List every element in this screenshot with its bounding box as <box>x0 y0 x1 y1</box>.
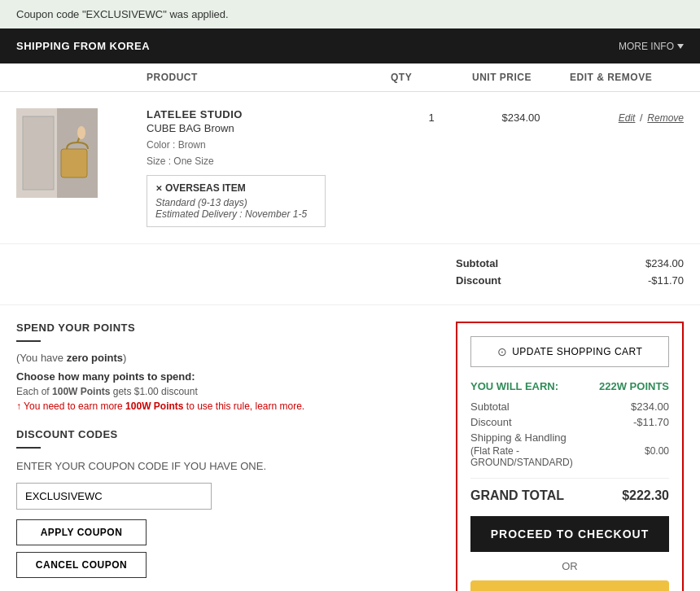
qty-value: 1 <box>428 112 434 124</box>
cancel-coupon-button[interactable]: CANCEL COUPON <box>16 552 147 578</box>
product-size: Size : One Size <box>147 155 391 167</box>
discount-value: -$11.70 <box>648 274 684 287</box>
amazon-pay-button[interactable]: amazon PAY USE YOUR AMAZON ACCOUNT <box>470 580 669 591</box>
coupon-input[interactable] <box>16 483 212 510</box>
discount-section: DISCOUNT CODES ENTER YOUR COUPON CODE IF… <box>16 428 431 578</box>
svg-point-7 <box>77 126 85 139</box>
col-unit-price: UNIT PRICE <box>472 72 570 83</box>
or-divider: OR <box>470 560 669 572</box>
earn-row: YOU WILL EARN: 222W POINTS <box>470 380 669 392</box>
subtotal-section: Subtotal $234.00 Discount -$11.70 <box>0 244 700 305</box>
flat-rate-row: (Flat Rate - GROUND/STANDARD) $0.00 <box>470 445 669 468</box>
svg-rect-4 <box>61 149 87 177</box>
estimated-delivery: Estimated Delivery : November 1-5 <box>155 208 317 220</box>
choose-points-label: Choose how many points to spend: <box>16 370 431 383</box>
slash-divider: / <box>640 112 643 124</box>
col-qty: QTY <box>391 72 472 83</box>
summary-discount-label: Discount <box>470 416 512 428</box>
summary-subtotal-value: $234.00 <box>631 401 669 413</box>
coupon-banner-text: Coupon code "EXCLUSIVEWC" was applied. <box>16 8 229 20</box>
discount-label: Discount <box>456 274 501 287</box>
summary-discount-value: -$11.70 <box>633 416 669 428</box>
update-cart-label: UPDATE SHOPPING CART <box>512 346 642 357</box>
product-name: CUBE BAG Brown <box>147 122 391 134</box>
summary-shipping-row: Shipping & Handling <box>470 431 669 444</box>
more-info-arrow-icon <box>677 44 684 49</box>
grand-total-value: $222.30 <box>622 488 669 503</box>
points-divider <box>16 340 41 342</box>
svg-rect-3 <box>23 116 54 190</box>
product-image-svg <box>16 108 98 198</box>
earn-points-value: 222W POINTS <box>599 380 669 392</box>
shipping-header: SHIPPING FROM KOREA MORE INFO <box>0 28 700 63</box>
qty-cell: 1 <box>391 108 472 124</box>
edit-remove-cell: Edit / Remove <box>570 108 684 124</box>
proceed-to-checkout-button[interactable]: PROCEED TO CHECKOUT <box>470 516 669 552</box>
refresh-icon: ⊙ <box>497 345 508 358</box>
col-product: PRODUCT <box>147 72 391 83</box>
unit-price-cell: $234.00 <box>472 108 570 124</box>
grand-total-row: GRAND TOTAL $222.30 <box>470 478 669 503</box>
flat-rate-value: $0.00 <box>645 445 669 468</box>
cart-item: LATELEE STUDIO CUBE BAG Brown Color : Br… <box>0 92 700 244</box>
coupon-instruction: ENTER YOUR COUPON CODE IF YOU HAVE ONE. <box>16 458 431 475</box>
edit-link[interactable]: Edit <box>619 112 636 124</box>
left-column: SPEND YOUR POINTS (You have zero points)… <box>16 322 431 591</box>
shipping-handling-label: Shipping & Handling <box>470 431 567 444</box>
shipping-type: Standard (9-13 days) <box>155 197 317 208</box>
points-warning: ↑ You need to earn more 100W Points to u… <box>16 401 431 412</box>
update-cart-button[interactable]: ⊙ UPDATE SHOPPING CART <box>470 336 669 367</box>
discount-section-title: DISCOUNT CODES <box>16 428 431 440</box>
apply-coupon-button[interactable]: APPLY COUPON <box>16 519 147 545</box>
product-details: LATELEE STUDIO CUBE BAG Brown Color : Br… <box>147 108 391 227</box>
product-image <box>16 108 98 198</box>
summary-subtotal-label: Subtotal <box>470 401 510 413</box>
coupon-banner: Coupon code "EXCLUSIVEWC" was applied. <box>0 0 700 28</box>
subtotal-value: $234.00 <box>645 257 684 269</box>
more-info-label: MORE INFO <box>619 41 674 52</box>
points-section-title: SPEND YOUR POINTS <box>16 322 431 334</box>
col-edit-remove: EDIT & REMOVE <box>570 72 684 83</box>
overseas-title: OVERSEAS ITEM <box>155 182 317 194</box>
order-summary: ⊙ UPDATE SHOPPING CART YOU WILL EARN: 22… <box>456 322 684 591</box>
remove-link[interactable]: Remove <box>647 112 684 124</box>
discount-divider <box>16 447 41 449</box>
shipping-from-label: SHIPPING FROM KOREA <box>16 40 150 52</box>
points-desc: Each of 100W Points gets $1.00 discount <box>16 386 431 397</box>
subtotal-label: Subtotal <box>456 257 498 269</box>
unit-price-value: $234.00 <box>502 112 540 124</box>
overseas-box: OVERSEAS ITEM Standard (9-13 days) Estim… <box>147 175 326 227</box>
product-brand: LATELEE STUDIO <box>147 108 391 120</box>
earn-label: YOU WILL EARN: <box>470 380 558 392</box>
summary-discount-row: Discount -$11.70 <box>470 416 669 428</box>
learn-more-link[interactable]: learn more. <box>256 401 305 412</box>
product-color: Color : Brown <box>147 139 391 151</box>
points-info: (You have zero points) <box>16 352 431 364</box>
flat-rate-label: (Flat Rate - GROUND/STANDARD) <box>470 445 573 468</box>
more-info-button[interactable]: MORE INFO <box>619 41 684 52</box>
summary-subtotal-row: Subtotal $234.00 <box>470 401 669 413</box>
points-section: SPEND YOUR POINTS (You have zero points)… <box>16 322 431 412</box>
cart-table-header: PRODUCT QTY UNIT PRICE EDIT & REMOVE <box>0 63 700 92</box>
grand-total-label: GRAND TOTAL <box>470 488 564 503</box>
